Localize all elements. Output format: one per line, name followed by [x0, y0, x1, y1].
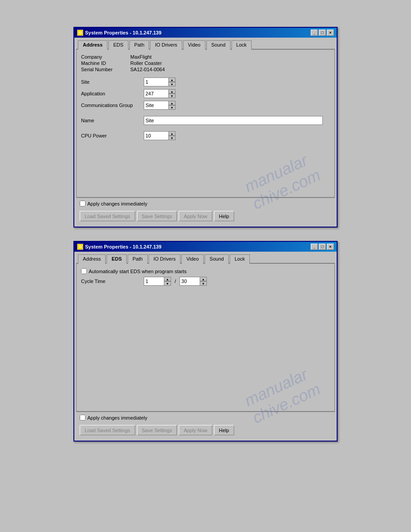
tab-bar-2: Address EDS Path IO Drivers Video Sound … [76, 253, 335, 264]
cpu-power-spinbox: ▲ ▼ [144, 131, 176, 140]
cpu-power-spin-down[interactable]: ▼ [168, 136, 176, 140]
application-input[interactable] [144, 89, 168, 98]
tab-bar-1: Address EDS Path IO Drivers Video Sound … [76, 39, 335, 50]
cycle-spin-up-1[interactable]: ▲ [164, 277, 171, 281]
eds-tab-content: Automatically start EDS when program sta… [76, 264, 335, 412]
cpu-power-input[interactable] [144, 131, 168, 140]
site-spin-buttons: ▲ ▼ [168, 77, 176, 86]
machine-id-label: Machine ID [81, 60, 130, 66]
title-bar-left-1: ⚙ System Properties - 10.1.247.139 [77, 30, 162, 36]
cycle-time-inputs: ▲ ▼ / ▲ ▼ [144, 277, 207, 286]
tab-sound-2[interactable]: Sound [205, 254, 229, 264]
load-saved-settings-button-2[interactable]: Load Saved Settings [80, 425, 135, 435]
apply-now-button-1[interactable]: Apply Now [179, 211, 212, 221]
serial-row: Serial Number SA12-014-0064 [81, 67, 330, 72]
name-label: Name [81, 118, 144, 123]
comm-group-input[interactable] [144, 101, 168, 110]
system-info-group: Company MaxFlight Machine ID Roller Coas… [81, 54, 330, 72]
window2: ⚙ System Properties - 10.1.247.139 _ □ ×… [73, 241, 338, 442]
bottom-bar-1: Apply changes immediately [76, 197, 335, 209]
title-buttons-2: _ □ × [311, 244, 334, 250]
cycle-spinbox-2: ▲ ▼ [180, 277, 207, 286]
site-spin-down[interactable]: ▼ [168, 82, 176, 86]
tab-address-2[interactable]: Address [78, 254, 106, 264]
tab-eds-2[interactable]: EDS [107, 254, 127, 264]
minimize-button-2[interactable]: _ [311, 244, 318, 250]
tab-address-1[interactable]: Address [78, 40, 107, 50]
help-button-1[interactable]: Help [214, 211, 234, 221]
cycle-separator: / [175, 279, 176, 284]
site-input[interactable] [144, 77, 168, 86]
tab-io-drivers-1[interactable]: IO Drivers [150, 40, 182, 50]
tab-lock-2[interactable]: Lock [230, 254, 250, 264]
save-settings-button-1[interactable]: Save Settings [137, 211, 177, 221]
title-bar-left-2: ⚙ System Properties - 10.1.247.139 [77, 244, 162, 250]
comm-group-spin-down[interactable]: ▼ [168, 105, 176, 110]
window-content-2: Address EDS Path IO Drivers Video Sound … [74, 252, 337, 441]
cpu-power-row: CPU Power ▲ ▼ [81, 131, 330, 140]
window-title-1: System Properties - 10.1.247.139 [85, 30, 162, 35]
maximize-button-1[interactable]: □ [319, 30, 326, 36]
company-label: Company [81, 54, 130, 60]
title-bar-2: ⚙ System Properties - 10.1.247.139 _ □ × [74, 242, 337, 252]
company-row: Company MaxFlight [81, 54, 330, 60]
site-row: Site ▲ ▼ [81, 77, 330, 86]
app-icon-1: ⚙ [77, 30, 83, 36]
tab-eds-1[interactable]: EDS [108, 40, 128, 50]
apply-now-button-2[interactable]: Apply Now [179, 425, 212, 435]
tab-video-2[interactable]: Video [181, 254, 204, 264]
tab-io-drivers-2[interactable]: IO Drivers [149, 254, 181, 264]
tab-path-2[interactable]: Path [128, 254, 148, 264]
name-input[interactable] [144, 116, 323, 125]
cycle-input-1[interactable] [144, 277, 164, 286]
cycle-spin-up-2[interactable]: ▲ [200, 277, 207, 281]
close-button-2[interactable]: × [327, 244, 334, 250]
comm-group-row: Communications Group ▲ ▼ [81, 101, 330, 110]
cpu-power-spin-buttons: ▲ ▼ [168, 131, 176, 140]
save-settings-button-2[interactable]: Save Settings [137, 425, 177, 435]
cycle-spinbox-1: ▲ ▼ [144, 277, 171, 286]
serial-label: Serial Number [81, 67, 130, 72]
tab-sound-1[interactable]: Sound [206, 40, 231, 50]
site-label: Site [81, 79, 144, 85]
cpu-power-spin-up[interactable]: ▲ [168, 131, 176, 136]
tab-video-1[interactable]: Video [183, 40, 206, 50]
machine-id-value: Roller Coaster [130, 60, 162, 66]
tab-path-1[interactable]: Path [129, 40, 150, 50]
comm-group-label: Communications Group [81, 103, 144, 108]
title-bar-1: ⚙ System Properties - 10.1.247.139 _ □ × [74, 28, 337, 38]
application-spin-buttons: ▲ ▼ [168, 89, 176, 98]
cycle-input-2[interactable] [180, 277, 200, 286]
apply-immediately-checkbox-2[interactable] [80, 415, 86, 420]
cycle-spin-buttons-1: ▲ ▼ [164, 277, 171, 286]
bottom-bar-2: Apply changes immediately [76, 412, 335, 423]
application-label: Application [81, 91, 144, 96]
help-button-2[interactable]: Help [214, 425, 234, 435]
comm-group-spin-up[interactable]: ▲ [168, 101, 176, 105]
maximize-button-2[interactable]: □ [319, 244, 326, 250]
application-spin-up[interactable]: ▲ [168, 89, 176, 94]
auto-start-row: Automatically start EDS when program sta… [81, 268, 330, 274]
close-button-1[interactable]: × [327, 30, 334, 36]
serial-value: SA12-014-0064 [130, 67, 165, 72]
site-spin-up[interactable]: ▲ [168, 77, 176, 82]
cycle-time-label: Cycle Time [81, 279, 144, 284]
auto-start-checkbox[interactable] [81, 268, 87, 274]
load-saved-settings-button-1[interactable]: Load Saved Settings [80, 211, 135, 221]
application-spin-down[interactable]: ▼ [168, 94, 176, 98]
cycle-time-row: Cycle Time ▲ ▼ / ▲ ▼ [81, 277, 330, 286]
cycle-spin-down-2[interactable]: ▼ [200, 281, 207, 286]
auto-start-label: Automatically start EDS when program sta… [89, 269, 187, 274]
minimize-button-1[interactable]: _ [311, 30, 318, 36]
tab-lock-1[interactable]: Lock [231, 40, 252, 50]
window-content-1: Address EDS Path IO Drivers Video Sound … [74, 38, 337, 227]
apply-immediately-checkbox-1[interactable] [80, 201, 86, 206]
application-row: Application ▲ ▼ [81, 89, 330, 98]
window1: ⚙ System Properties - 10.1.247.139 _ □ ×… [73, 27, 338, 227]
machine-id-row: Machine ID Roller Coaster [81, 60, 330, 66]
name-row: Name [81, 116, 330, 125]
cycle-spin-down-1[interactable]: ▼ [164, 281, 171, 286]
button-row-2: Load Saved Settings Save Settings Apply … [76, 423, 335, 439]
app-icon-2: ⚙ [77, 244, 83, 250]
comm-group-spin-buttons: ▲ ▼ [168, 101, 176, 110]
